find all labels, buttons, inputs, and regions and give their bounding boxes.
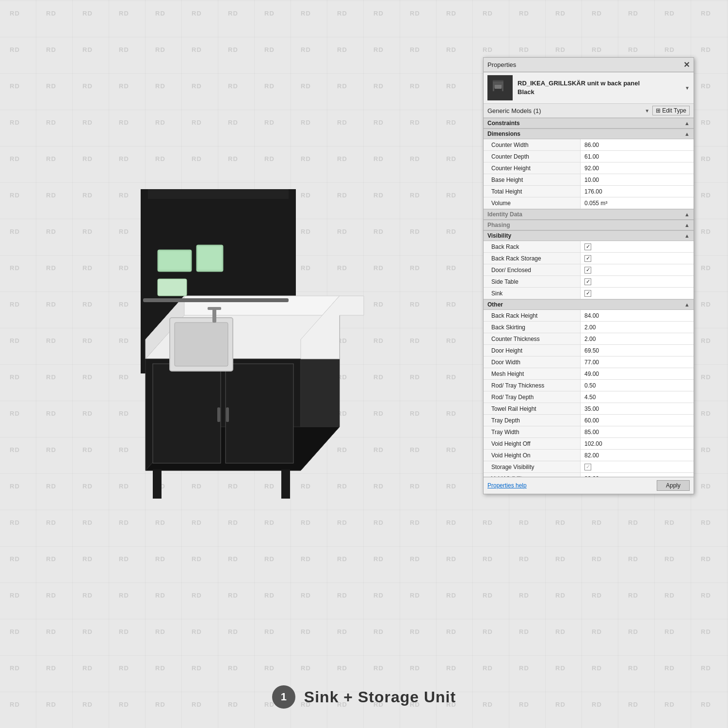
section-other[interactable]: Other ▲ bbox=[484, 299, 694, 310]
prop-tray-depth-value[interactable]: 60.00 bbox=[581, 415, 694, 426]
prop-storage-visibility-value[interactable]: ✓ bbox=[581, 461, 694, 472]
prop-tray-width-value[interactable]: 85.00 bbox=[581, 426, 694, 437]
prop-volume-value[interactable]: 0.055 m³ bbox=[581, 197, 694, 209]
svg-rect-20 bbox=[212, 308, 216, 323]
prop-tray-width-label: Tray Width bbox=[484, 426, 581, 437]
prop-tray-width[interactable]: Tray Width 85.00 bbox=[484, 426, 694, 438]
prop-sink[interactable]: Sink ✓ bbox=[484, 288, 694, 299]
prop-towel-rail-height[interactable]: Towel Rail Height 35.00 bbox=[484, 403, 694, 415]
visibility-collapse-icon: ▲ bbox=[684, 233, 690, 239]
prop-door-height[interactable]: Door Height 69.50 bbox=[484, 345, 694, 356]
prop-sink-value[interactable]: ✓ bbox=[581, 288, 694, 299]
prop-side-table-value[interactable]: ✓ bbox=[581, 276, 694, 287]
model-dropdown-icon[interactable]: ▼ bbox=[685, 85, 690, 91]
selector-text: Generic Models (1) bbox=[487, 107, 642, 114]
prop-void-height-on[interactable]: Void Height On 82.00 bbox=[484, 450, 694, 461]
bottom-label-container: 1 Sink + Storage Unit bbox=[0, 685, 728, 709]
prop-towel-rail-height-value[interactable]: 35.00 bbox=[581, 403, 694, 414]
svg-rect-15 bbox=[281, 469, 290, 499]
prop-counter-width[interactable]: Counter Width 86.00 bbox=[484, 139, 694, 151]
apply-button[interactable]: Apply bbox=[657, 480, 690, 491]
other-collapse-icon: ▲ bbox=[684, 302, 690, 307]
section-dimensions[interactable]: Dimensions ▲ bbox=[484, 129, 694, 139]
prop-tray-depth[interactable]: Tray Depth 60.00 bbox=[484, 415, 694, 426]
section-constraints[interactable]: Constraints ▲ bbox=[484, 118, 694, 129]
prop-total-height[interactable]: Total Height 176.00 bbox=[484, 186, 694, 197]
prop-counter-height-value[interactable]: 92.00 bbox=[581, 162, 694, 174]
section-constraints-label: Constraints bbox=[487, 120, 520, 127]
storage-visibility-checkbox[interactable]: ✓ bbox=[584, 464, 591, 470]
door-enclosed-checkbox[interactable]: ✓ bbox=[584, 267, 591, 274]
prop-void-visibility-value[interactable]: 82.00 bbox=[581, 473, 694, 477]
prop-total-height-label: Total Height bbox=[484, 186, 581, 197]
panel-content-scroll[interactable]: Constraints ▲ Dimensions ▲ Counter Width… bbox=[484, 118, 694, 477]
prop-total-height-value[interactable]: 176.00 bbox=[581, 186, 694, 197]
prop-door-enclosed-label: Door/ Enclosed bbox=[484, 264, 581, 275]
selector-arrow-icon[interactable]: ▼ bbox=[645, 108, 649, 113]
prop-rod-tray-depth[interactable]: Rod/ Tray Depth 4.50 bbox=[484, 391, 694, 403]
prop-void-height-off-label: Void Height Off bbox=[484, 438, 581, 449]
svg-rect-26 bbox=[158, 279, 187, 296]
edit-type-button[interactable]: ⊞ Edit Type bbox=[652, 106, 690, 115]
prop-door-enclosed[interactable]: Door/ Enclosed ✓ bbox=[484, 264, 694, 276]
prop-door-enclosed-value[interactable]: ✓ bbox=[581, 264, 694, 275]
prop-back-skirting-label: Back Skirting bbox=[484, 322, 581, 333]
side-table-checkbox[interactable]: ✓ bbox=[584, 278, 591, 285]
prop-mesh-height-value[interactable]: 49.00 bbox=[581, 368, 694, 379]
panel-selector-row[interactable]: Generic Models (1) ▼ ⊞ Edit Type bbox=[484, 104, 694, 118]
back-rack-checkbox[interactable]: ✓ bbox=[584, 243, 591, 250]
prop-counter-depth-value[interactable]: 61.00 bbox=[581, 151, 694, 162]
prop-storage-visibility[interactable]: Storage Visibility ✓ bbox=[484, 461, 694, 473]
prop-back-rack[interactable]: Back Rack ✓ bbox=[484, 241, 694, 253]
prop-base-height-value[interactable]: 10.00 bbox=[581, 174, 694, 185]
prop-base-height-label: Base Height bbox=[484, 174, 581, 185]
svg-rect-19 bbox=[175, 323, 228, 366]
prop-door-width[interactable]: Door Width 77.00 bbox=[484, 356, 694, 368]
prop-void-visibility-label: Void Visibility bbox=[484, 473, 581, 477]
panel-model-header: RD_IKEA_GRILLSKÄR unit w back panel Blac… bbox=[484, 72, 694, 104]
prop-door-height-value[interactable]: 69.50 bbox=[581, 345, 694, 356]
model-icon-box bbox=[487, 75, 513, 100]
prop-volume[interactable]: Volume 0.055 m³ bbox=[484, 197, 694, 209]
prop-back-rack-height[interactable]: Back Rack Height 84.00 bbox=[484, 310, 694, 322]
properties-help-link[interactable]: Properties help bbox=[487, 482, 527, 489]
prop-void-height-on-label: Void Height On bbox=[484, 450, 581, 461]
prop-rod-tray-thickness-label: Rod/ Tray Thickness bbox=[484, 380, 581, 391]
prop-back-rack-value[interactable]: ✓ bbox=[581, 241, 694, 252]
prop-void-height-off[interactable]: Void Height Off 102.00 bbox=[484, 438, 694, 450]
prop-back-rack-height-value[interactable]: 84.00 bbox=[581, 310, 694, 321]
prop-back-rack-storage-label: Back Rack Storage bbox=[484, 253, 581, 264]
section-identity-data[interactable]: Identity Data ▲ bbox=[484, 209, 694, 220]
prop-rod-tray-depth-value[interactable]: 4.50 bbox=[581, 391, 694, 403]
prop-void-visibility[interactable]: Void Visibility 82.00 bbox=[484, 473, 694, 477]
section-phasing[interactable]: Phasing ▲ bbox=[484, 220, 694, 230]
prop-side-table[interactable]: Side Table ✓ bbox=[484, 276, 694, 288]
svg-rect-27 bbox=[143, 298, 289, 302]
section-visibility[interactable]: Visibility ▲ bbox=[484, 230, 694, 241]
prop-void-height-on-value[interactable]: 82.00 bbox=[581, 450, 694, 461]
prop-void-height-off-value[interactable]: 102.00 bbox=[581, 438, 694, 449]
prop-rod-tray-thickness-value[interactable]: 0.50 bbox=[581, 380, 694, 391]
edit-type-label: Edit Type bbox=[662, 107, 686, 114]
prop-mesh-height[interactable]: Mesh Height 49.00 bbox=[484, 368, 694, 380]
svg-rect-12 bbox=[217, 407, 220, 422]
section-visibility-label: Visibility bbox=[487, 232, 511, 239]
sink-checkbox[interactable]: ✓ bbox=[584, 290, 591, 297]
identity-collapse-icon: ▲ bbox=[684, 211, 690, 217]
prop-counter-depth[interactable]: Counter Depth 61.00 bbox=[484, 151, 694, 162]
prop-rod-tray-thickness[interactable]: Rod/ Tray Thickness 0.50 bbox=[484, 380, 694, 391]
prop-back-skirting[interactable]: Back Skirting 2.00 bbox=[484, 322, 694, 333]
prop-counter-width-value[interactable]: 86.00 bbox=[581, 139, 694, 150]
prop-back-rack-storage[interactable]: Back Rack Storage ✓ bbox=[484, 253, 694, 264]
prop-base-height[interactable]: Base Height 10.00 bbox=[484, 174, 694, 186]
prop-door-width-value[interactable]: 77.00 bbox=[581, 356, 694, 368]
prop-counter-thickness[interactable]: Counter Thickness 2.00 bbox=[484, 333, 694, 345]
close-icon[interactable]: ✕ bbox=[683, 60, 690, 69]
prop-counter-thickness-value[interactable]: 2.00 bbox=[581, 333, 694, 344]
prop-back-rack-storage-value[interactable]: ✓ bbox=[581, 253, 694, 264]
svg-rect-23 bbox=[159, 251, 190, 270]
prop-counter-height[interactable]: Counter Height 92.00 bbox=[484, 162, 694, 174]
prop-back-skirting-value[interactable]: 2.00 bbox=[581, 322, 694, 333]
back-rack-storage-checkbox[interactable]: ✓ bbox=[584, 255, 591, 262]
prop-volume-label: Volume bbox=[484, 197, 581, 209]
